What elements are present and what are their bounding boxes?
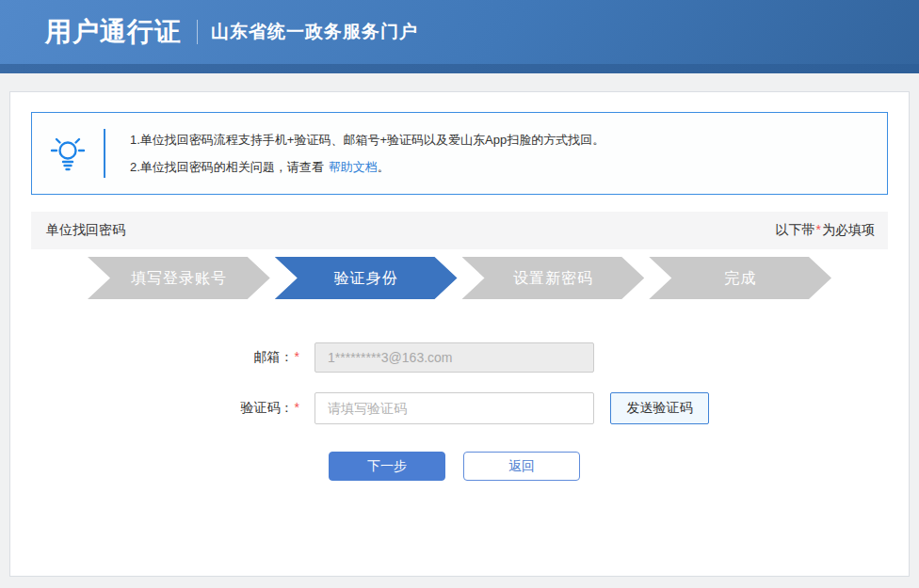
- email-field: [314, 342, 594, 373]
- lightbulb-icon: [32, 134, 104, 173]
- email-row: 邮箱：*: [31, 342, 888, 373]
- recover-form: 邮箱：* 验证码：* 发送验证码 下一步 返回: [31, 342, 888, 481]
- app-title: 用户通行证: [45, 14, 182, 50]
- form-actions: 下一步 返回: [314, 452, 594, 481]
- required-note: 以下带*为必填项: [776, 222, 875, 239]
- tip-text: 1.单位找回密码流程支持手机+验证码、邮箱号+验证码以及爱山东App扫脸的方式找…: [105, 126, 605, 181]
- section-bar: 单位找回密码 以下带*为必填项: [31, 212, 888, 249]
- code-input[interactable]: [314, 392, 594, 424]
- step-done: 完成: [649, 257, 831, 299]
- header-bottom-strip: [0, 64, 919, 73]
- email-label: 邮箱：*: [31, 349, 300, 366]
- help-doc-link[interactable]: 帮助文档: [329, 160, 378, 174]
- required-star: *: [816, 222, 821, 237]
- portal-title: 山东省统一政务服务门户: [211, 20, 418, 44]
- step-verify-identity: 验证身份: [275, 257, 458, 299]
- tip-box: 1.单位找回密码流程支持手机+验证码、邮箱号+验证码以及爱山东App扫脸的方式找…: [31, 112, 888, 195]
- back-button[interactable]: 返回: [463, 452, 580, 481]
- header: 用户通行证 山东省统一政务服务门户: [0, 0, 919, 64]
- step-progress: 填写登录账号 验证身份 设置新密码 完成: [88, 257, 831, 299]
- step-fill-account: 填写登录账号: [88, 257, 270, 299]
- header-divider: [197, 20, 198, 44]
- email-required-star: *: [295, 349, 299, 364]
- code-label: 验证码：*: [31, 400, 300, 417]
- section-title: 单位找回密码: [46, 222, 125, 239]
- main-card: 1.单位找回密码流程支持手机+验证码、邮箱号+验证码以及爱山东App扫脸的方式找…: [9, 91, 910, 577]
- step-set-new-password: 设置新密码: [462, 257, 645, 299]
- next-step-button[interactable]: 下一步: [329, 452, 445, 481]
- send-code-button[interactable]: 发送验证码: [610, 392, 709, 424]
- tip-line-2: 2.单位找回密码的相关问题，请查看帮助文档。: [130, 153, 605, 181]
- code-row: 验证码：* 发送验证码: [31, 392, 888, 424]
- code-required-star: *: [295, 400, 299, 415]
- tip-line-1: 1.单位找回密码流程支持手机+验证码、邮箱号+验证码以及爱山东App扫脸的方式找…: [130, 126, 605, 153]
